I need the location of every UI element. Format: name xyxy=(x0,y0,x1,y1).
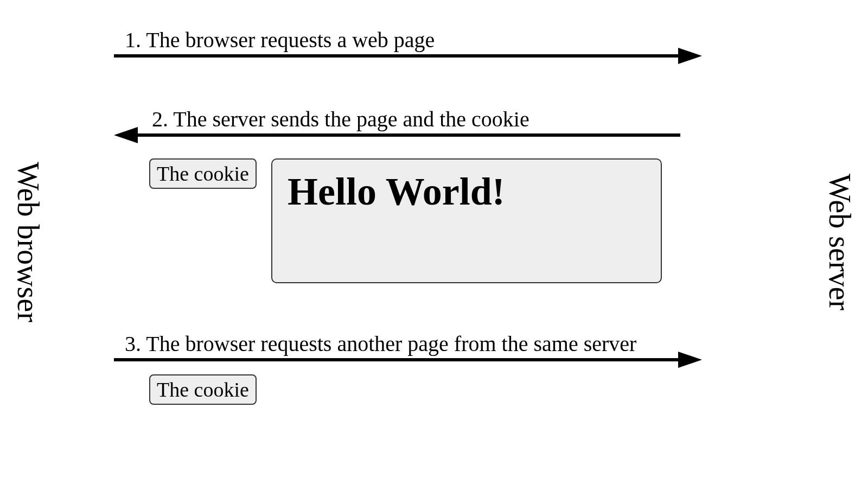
page-content-box: Hello World! xyxy=(271,158,662,283)
arrowhead-right-icon xyxy=(678,352,702,368)
step3-label: 3. The browser requests another page fro… xyxy=(125,331,636,356)
web-browser-label: Web browser xyxy=(11,162,46,322)
arrowhead-right-icon xyxy=(678,48,702,64)
diagram-canvas: Web browser Web server 1. The browser re… xyxy=(0,0,868,484)
arrowhead-left-icon xyxy=(114,127,138,143)
arrow-step2 xyxy=(138,133,680,137)
step1-label: 1. The browser requests a web page xyxy=(125,27,435,53)
web-server-label: Web server xyxy=(822,174,857,310)
step2-label: 2. The server sends the page and the coo… xyxy=(152,106,529,132)
cookie-box-step2: The cookie xyxy=(149,158,257,189)
cookie-box-step3: The cookie xyxy=(149,374,257,405)
arrow-step3 xyxy=(114,358,678,361)
arrow-step1 xyxy=(114,54,678,58)
